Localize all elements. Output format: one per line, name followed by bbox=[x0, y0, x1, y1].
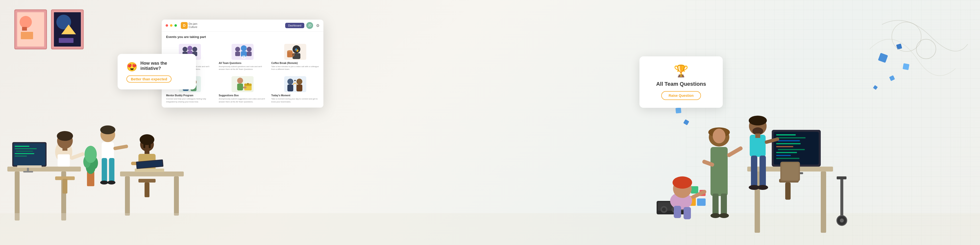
event-card-6[interactable]: ✦ Today's Moment Take a moment during yo… bbox=[269, 73, 321, 105]
svg-text:✦: ✦ bbox=[294, 79, 296, 82]
event-desc-4: Connect and help your colleagues feeling… bbox=[166, 97, 214, 103]
initiative-answer[interactable]: Better than expected bbox=[126, 75, 172, 83]
svg-text:🎭: 🎭 bbox=[294, 48, 299, 52]
event-desc-2: Anonymously submit questions and vote an… bbox=[219, 65, 267, 70]
svg-rect-135 bbox=[235, 52, 240, 56]
svg-text:?: ? bbox=[243, 56, 245, 58]
event-title-6: Today's Moment bbox=[271, 94, 319, 97]
window-maximize-dot[interactable] bbox=[175, 24, 177, 27]
window-minimize-dot[interactable] bbox=[170, 24, 172, 27]
svg-point-134 bbox=[235, 47, 240, 52]
user-avatar[interactable]: JD bbox=[306, 22, 313, 29]
deco-blue-square-4 bbox=[676, 108, 681, 113]
all-team-questions-card: 🏆 All Team Questions Raise Question bbox=[640, 56, 723, 108]
svg-point-127 bbox=[188, 46, 192, 51]
event-title-5: Suggestions Box bbox=[219, 94, 267, 97]
event-image-2: ? bbox=[219, 43, 267, 60]
app-logo: D De-jam Culture bbox=[181, 22, 197, 29]
svg-point-129 bbox=[192, 47, 197, 52]
svg-rect-164 bbox=[296, 84, 302, 91]
initiative-emoji: 😍 bbox=[126, 62, 137, 72]
event-desc-6: Take a moment during your day to connect… bbox=[271, 97, 319, 103]
grid-background bbox=[686, 0, 980, 245]
svg-rect-158 bbox=[247, 83, 249, 84]
deco-blue-square-r3 bbox=[902, 63, 910, 70]
svg-rect-139 bbox=[247, 52, 251, 56]
svg-rect-159 bbox=[243, 86, 247, 88]
raise-question-button[interactable]: Raise Question bbox=[661, 91, 701, 100]
event-title-2: All Team Questions bbox=[219, 62, 267, 64]
trophy-icon: 🏆 bbox=[674, 64, 689, 78]
event-desc-5: Anonymously submit suggestions and votes… bbox=[219, 97, 267, 103]
initiative-question: How was the initiative? bbox=[140, 61, 187, 71]
event-card-3[interactable]: 🎭 Coffee Break (Remote) Take a few minut… bbox=[269, 41, 321, 73]
initiative-card: 😍 How was the initiative? Better than ex… bbox=[118, 54, 196, 89]
svg-point-146 bbox=[287, 50, 293, 52]
window-titlebar: D De-jam Culture Dashboard JD ⚙ bbox=[162, 20, 323, 32]
event-title-3: Coffee Break (Remote) bbox=[271, 62, 319, 64]
event-image-6: ✦ bbox=[271, 75, 319, 92]
atq-title: All Team Questions bbox=[656, 81, 706, 87]
svg-point-138 bbox=[247, 47, 251, 52]
svg-point-125 bbox=[183, 47, 188, 52]
svg-rect-162 bbox=[287, 84, 293, 91]
svg-rect-155 bbox=[237, 84, 243, 91]
event-card-2[interactable]: ? All Team Questions Anonymously submit … bbox=[216, 41, 269, 73]
event-title-4: Mentor Buddy Program bbox=[166, 94, 214, 97]
events-section-title: Events you are taking part bbox=[162, 32, 323, 41]
event-image-3: 🎭 bbox=[271, 43, 319, 60]
event-desc-3: Take a few minutes to join a video call … bbox=[271, 65, 319, 70]
event-card-5[interactable]: Suggestions Box Anonymously submit sugge… bbox=[216, 73, 269, 105]
svg-point-163 bbox=[296, 79, 302, 84]
window-close-dot[interactable] bbox=[165, 24, 168, 27]
dashboard-button[interactable]: Dashboard bbox=[285, 23, 304, 28]
event-image-5 bbox=[219, 75, 267, 92]
settings-icon[interactable]: ⚙ bbox=[316, 23, 320, 28]
svg-point-136 bbox=[241, 45, 247, 51]
logo-text: De-jam Culture bbox=[189, 22, 197, 29]
svg-point-161 bbox=[287, 79, 293, 84]
logo-icon: D bbox=[181, 22, 188, 29]
svg-point-154 bbox=[237, 78, 243, 84]
